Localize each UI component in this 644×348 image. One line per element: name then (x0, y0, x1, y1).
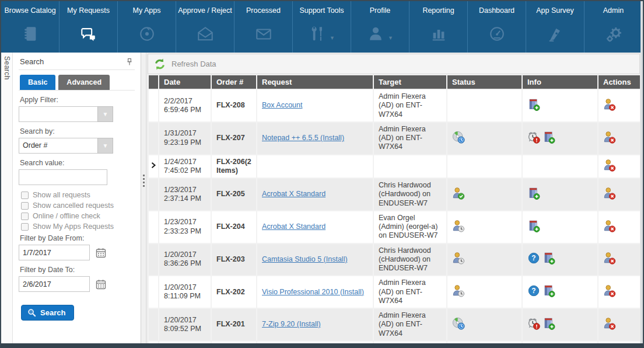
request-link[interactable]: Notepad ++ 6.5.5 (Install) (262, 134, 344, 142)
chevron-down-icon: ▼ (330, 35, 335, 41)
nav-approve-reject[interactable]: Approve / Reject (176, 1, 235, 53)
splitter-handle-icon (143, 175, 145, 187)
refresh-icon[interactable] (153, 57, 167, 71)
col-status[interactable]: Status (447, 75, 522, 89)
checkbox-box[interactable] (21, 213, 29, 220)
col-info[interactable]: Info (523, 75, 597, 89)
checkbox-show-cancelled-requests[interactable]: Show cancelled requests (21, 201, 134, 210)
chevron-down-icon[interactable]: ▼ (97, 106, 113, 122)
col-order[interactable]: Order # (212, 75, 256, 89)
search-by-value: Order # (19, 138, 97, 154)
search-panel: Search Basic Advanced Apply Filter: ▼ Se… (13, 53, 141, 343)
user-remove-icon[interactable] (603, 187, 616, 200)
col-actions[interactable]: Actions (598, 75, 640, 89)
order-cell: FLX-208 (212, 90, 256, 121)
nav-profile[interactable]: Profile ▼ (351, 1, 410, 53)
calendar-icon[interactable] (95, 279, 107, 290)
nav-my-requests[interactable]: My Requests (60, 1, 118, 53)
calendar-icon[interactable] (95, 247, 107, 259)
request-link[interactable]: Acrobat X Standard (262, 190, 326, 198)
chevron-down-icon: ▼ (388, 35, 393, 41)
magnifier-icon (27, 308, 36, 317)
app-add-icon[interactable] (542, 252, 555, 265)
nav-reporting[interactable]: Reporting (410, 1, 468, 53)
date-cell: 1/20/20178:36:26 PM (159, 244, 211, 276)
target-cell: Chris Hardwood (cHardwood) on ENDUSER-W7 (374, 179, 446, 210)
refresh-data-label[interactable]: Refresh Data (172, 60, 216, 68)
question-icon[interactable] (527, 284, 540, 297)
user-remove-icon[interactable] (603, 98, 616, 111)
checkbox-online-offline-check[interactable]: Online / offline check (21, 212, 134, 220)
search-tabs: Basic Advanced (19, 75, 135, 91)
search-value-label: Search value: (20, 159, 134, 167)
nav-dashboard[interactable]: Dashboard (468, 1, 526, 53)
nav-my-apps[interactable]: My Apps (118, 1, 176, 53)
expand-cell[interactable] (149, 155, 158, 178)
checkbox-show-all-requests[interactable]: Show all requests (21, 191, 134, 199)
app-add-icon[interactable] (527, 187, 540, 200)
date-cell: 1/20/20177:51:44 PM (159, 342, 211, 343)
nav-admin[interactable]: Admin (584, 1, 640, 53)
nav-browse-catalog[interactable]: Browse Catalog (1, 1, 60, 53)
grid-toolbar: Refresh Data (148, 54, 640, 74)
app-add-icon[interactable] (527, 220, 540, 232)
nav-processed[interactable]: Processed (235, 1, 293, 53)
search-button[interactable]: Search (21, 305, 74, 321)
request-link[interactable]: Box Account (262, 101, 303, 109)
checkbox-box[interactable] (21, 223, 29, 231)
tab-basic[interactable]: Basic (20, 75, 55, 90)
target-cell: Admin Flexera (AD) on SCCM-2012 (374, 342, 446, 343)
apply-filter-dropdown[interactable]: ▼ (19, 106, 113, 122)
app-add-icon[interactable] (542, 131, 555, 144)
status-cell (447, 123, 522, 154)
checkbox-show-my-apps-requests[interactable]: Show My Apps Requests (21, 222, 134, 231)
request-link[interactable]: Visio Professional 2010 (Install) (262, 288, 364, 296)
user-remove-icon[interactable] (603, 317, 616, 330)
date-cell: 1/20/20178:09:52 PM (159, 309, 211, 340)
user-remove-icon[interactable] (603, 252, 616, 265)
checkbox-box[interactable] (21, 192, 29, 199)
app-add-icon[interactable] (542, 284, 555, 297)
nav-label: Reporting (422, 6, 454, 15)
disc-clock-icon (452, 131, 465, 144)
alarm-error-icon[interactable] (527, 317, 540, 330)
nav-label: Profile (370, 6, 390, 15)
date-to-input[interactable] (19, 276, 90, 292)
search-by-dropdown[interactable]: Order # ▼ (19, 138, 113, 154)
user-remove-icon[interactable] (603, 131, 616, 144)
user-remove-icon[interactable] (603, 220, 616, 232)
app-add-icon[interactable] (542, 317, 555, 330)
request-link[interactable]: 7-Zip 9.20 (Install) (262, 320, 321, 328)
tab-advanced[interactable]: Advanced (58, 75, 110, 90)
checkbox-box[interactable] (21, 202, 29, 210)
target-cell (374, 155, 446, 178)
user-remove-icon[interactable] (603, 159, 616, 172)
date-from-label: Filter by Date From: (20, 234, 134, 242)
col-request[interactable]: Request (257, 75, 373, 89)
user-remove-icon[interactable] (603, 284, 616, 297)
date-from-input[interactable] (19, 245, 90, 260)
panel-splitter[interactable] (141, 53, 146, 343)
actions-cell (598, 90, 640, 121)
request-link[interactable]: Camtasia Studio 5 (Install) (262, 255, 348, 263)
search-value-input[interactable] (19, 169, 107, 185)
col-date[interactable]: Date (159, 75, 211, 89)
table-row: 1/31/20179:23:19 PM FLX-207 Notepad ++ 6… (149, 123, 640, 154)
col-target[interactable]: Target (374, 75, 446, 89)
nav-label: Admin (603, 6, 624, 15)
alarm-error-icon[interactable] (527, 131, 540, 144)
date-cell: 1/24/20177:45:02 PM (159, 155, 211, 178)
nav-support-tools[interactable]: Support Tools ▼ (293, 1, 351, 53)
request-link[interactable]: Acrobat X Standard (262, 222, 326, 231)
expand-row-icon[interactable] (150, 162, 156, 169)
search-panel-collapsed-tab[interactable]: Search (1, 53, 13, 343)
info-cell (523, 90, 597, 121)
status-cell (447, 179, 522, 210)
pen-icon (547, 25, 564, 43)
app-add-icon[interactable] (527, 98, 540, 111)
chevron-down-icon[interactable]: ▼ (97, 138, 113, 154)
question-icon[interactable] (527, 252, 540, 265)
pin-icon[interactable] (125, 58, 134, 66)
nav-app-survey[interactable]: App Survey (526, 1, 584, 53)
envelope-open-icon (197, 25, 214, 43)
